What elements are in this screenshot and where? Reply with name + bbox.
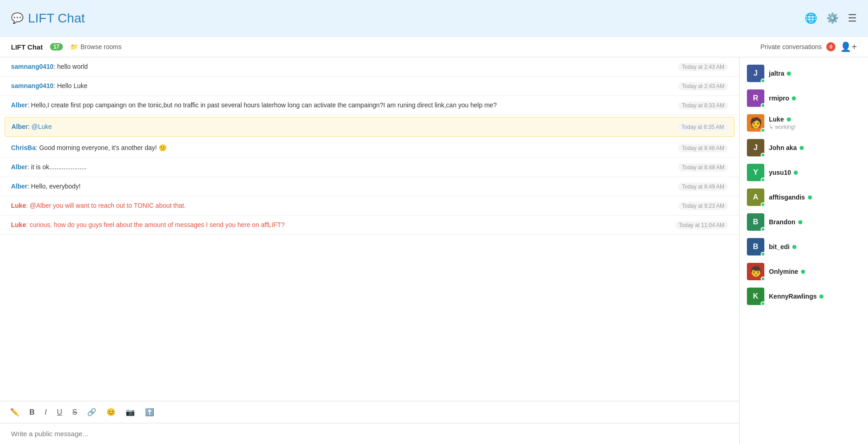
message-input[interactable] [11, 430, 728, 438]
user-name: afftisgandis [769, 194, 805, 201]
message-body: : Hello, everybody! [28, 183, 81, 190]
image-button[interactable]: 📷 [123, 406, 138, 418]
underline-button[interactable]: U [54, 406, 65, 418]
message-body: : it is ok..................... [28, 163, 87, 171]
list-item[interactable]: B Brandon [740, 210, 868, 234]
sub-header: LIFT Chat 17 📁 Browse rooms Private conv… [0, 37, 868, 57]
avatar: 🧑 [747, 114, 764, 132]
status-dot [794, 171, 798, 175]
list-item[interactable]: 👦 Onlymine [740, 259, 868, 284]
message-username: samnang0410 [11, 82, 54, 89]
status-dot [798, 220, 802, 224]
message-timestamp: Today at 8:33 AM [678, 101, 728, 110]
avatar: K [747, 288, 764, 305]
user-name: yusu10 [769, 169, 791, 176]
list-item[interactable]: J John aka [740, 135, 868, 160]
user-name: jaltra [769, 70, 784, 77]
message-text: Alber: Hello,I create first pop campaing… [11, 100, 671, 110]
mention-text: @Luke [32, 123, 52, 130]
list-item[interactable]: 🧑 Luke ↳ working! [740, 111, 868, 135]
room-name: LIFT Chat [11, 43, 43, 51]
message-text: Luke: curious, how do you guys feel abou… [11, 220, 668, 230]
message-text: Luke: @Alber you will want to reach out … [11, 201, 671, 211]
message-body-red: Luke: @Alber you will want to reach out … [11, 202, 186, 209]
user-info: rmipro [769, 94, 861, 102]
browse-rooms-button[interactable]: 📁 Browse rooms [70, 43, 122, 50]
message-username: Luke [11, 202, 26, 209]
sub-header-right: Private conversations 0 👤+ [760, 41, 857, 52]
table-row: Alber: it is ok..................... Tod… [0, 158, 739, 177]
user-name: KennyRawlings [769, 293, 817, 300]
list-item[interactable]: B bit_edi [740, 234, 868, 259]
online-indicator [761, 202, 765, 207]
avatar: B [747, 238, 764, 255]
main-content: samnang0410: hello world Today at 2:43 A… [0, 57, 868, 444]
upload-button[interactable]: ⬆️ [142, 406, 157, 418]
message-input-area [0, 423, 739, 444]
status-dot [808, 195, 812, 200]
settings-icon-button[interactable]: ⚙️ [826, 12, 839, 24]
message-body: : hello world [54, 63, 88, 70]
avatar: B [747, 213, 764, 231]
link-button[interactable]: 🔗 [84, 406, 99, 418]
add-user-button[interactable]: 👤+ [840, 41, 857, 52]
user-name: John aka [769, 144, 797, 151]
help-icon-button[interactable]: 🌐 [805, 12, 817, 24]
message-username: Luke [11, 221, 26, 228]
online-indicator [761, 78, 765, 83]
avatar: R [747, 89, 764, 107]
avatar: 👦 [747, 263, 764, 280]
pencil-tool-button[interactable]: ✏️ [7, 406, 22, 418]
user-info: jaltra [769, 70, 861, 77]
list-item[interactable]: J jaltra [740, 61, 868, 86]
message-timestamp: Today at 9:23 AM [678, 202, 728, 210]
message-username: Alber [11, 101, 28, 109]
user-info: Luke ↳ working! [769, 116, 861, 130]
table-row: ChrisBa: Good morning everyone, it's ano… [0, 139, 739, 158]
list-item[interactable]: A afftisgandis [740, 185, 868, 210]
bold-button[interactable]: B [27, 406, 38, 418]
message-username: samnang0410 [11, 63, 54, 70]
menu-icon-button[interactable]: ☰ [848, 12, 857, 24]
message-timestamp: Today at 11:04 AM [675, 221, 728, 229]
list-item[interactable]: Y yusu10 [740, 160, 868, 185]
italic-button[interactable]: I [42, 406, 50, 418]
sub-header-left: LIFT Chat 17 📁 Browse rooms [11, 43, 122, 51]
table-row: samnang0410: hello world Today at 2:43 A… [0, 57, 739, 77]
message-text: Alber: @Luke [11, 122, 670, 132]
table-row: samnang0410: Hello Luke Today at 2:43 AM [0, 77, 739, 96]
header: 💬 LIFT Chat 🌐 ⚙️ ☰ [0, 0, 868, 37]
app-title: LIFT Chat [28, 11, 85, 26]
message-timestamp: Today at 8:49 AM [678, 183, 728, 191]
list-item[interactable]: K KennyRawlings [740, 284, 868, 309]
status-dot [800, 146, 804, 150]
chat-area: samnang0410: hello world Today at 2:43 A… [0, 57, 740, 444]
room-badge: 17 [50, 43, 62, 50]
message-body: : Good morning everyone, it's another da… [36, 144, 167, 151]
message-username: Alber [11, 183, 28, 190]
message-timestamp: Today at 2:43 AM [678, 63, 728, 71]
table-row: Luke: curious, how do you guys feel abou… [0, 216, 739, 235]
message-text: Alber: it is ok..................... [11, 162, 671, 172]
online-indicator [761, 227, 765, 232]
message-body: : [28, 123, 32, 130]
message-username: Alber [11, 123, 28, 130]
list-item[interactable]: R rmipro [740, 86, 868, 111]
header-right: 🌐 ⚙️ ☰ [805, 12, 857, 24]
emoji-button[interactable]: 😊 [104, 406, 118, 418]
user-info: Onlymine [769, 268, 861, 275]
strikethrough-button[interactable]: S [70, 406, 80, 418]
chat-toolbar: ✏️ B I U S 🔗 😊 📷 ⬆️ [0, 401, 739, 423]
mention-text: @Alber [29, 202, 51, 209]
chat-icon: 💬 [11, 12, 23, 24]
status-dot [801, 270, 805, 274]
message-timestamp: Today at 8:46 AM [678, 144, 728, 152]
message-timestamp: Today at 2:43 AM [678, 82, 728, 90]
online-indicator [761, 153, 765, 157]
user-name: bit_edi [769, 243, 790, 250]
table-row: Alber: Hello, everybody! Today at 8:49 A… [0, 177, 739, 196]
status-dot [819, 294, 823, 299]
user-name: Onlymine [769, 268, 798, 275]
message-text: Alber: Hello, everybody! [11, 182, 671, 191]
online-indicator [761, 103, 765, 108]
